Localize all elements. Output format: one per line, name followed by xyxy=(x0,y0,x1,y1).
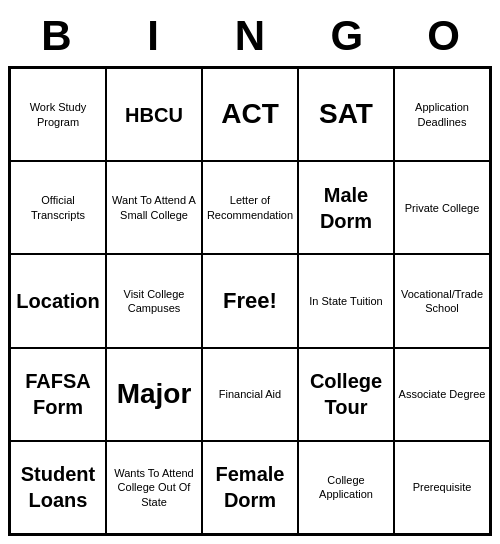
letter-o: O xyxy=(400,12,488,60)
cell-1-1: Work Study Program xyxy=(10,68,106,161)
letter-g: G xyxy=(303,12,391,60)
cell-2-5: Private College xyxy=(394,161,490,254)
cell-5-1: Student Loans xyxy=(10,441,106,534)
cell-2-2: Want To Attend A Small College xyxy=(106,161,202,254)
cell-1-5: Application Deadlines xyxy=(394,68,490,161)
cell-4-1: FAFSA Form xyxy=(10,348,106,441)
cell-1-2: HBCU xyxy=(106,68,202,161)
cell-1-3: ACT xyxy=(202,68,298,161)
cell-2-1: Official Transcripts xyxy=(10,161,106,254)
cell-1-4: SAT xyxy=(298,68,394,161)
cell-4-3: Financial Aid xyxy=(202,348,298,441)
cell-5-2: Wants To Attend College Out Of State xyxy=(106,441,202,534)
letter-n: N xyxy=(206,12,294,60)
bingo-title-row: B I N G O xyxy=(8,8,492,66)
cell-2-3: Letter of Recommendation xyxy=(202,161,298,254)
cell-3-4: In State Tuition xyxy=(298,254,394,347)
letter-b: B xyxy=(12,12,100,60)
cell-4-5: Associate Degree xyxy=(394,348,490,441)
cell-4-2: Major xyxy=(106,348,202,441)
cell-3-2: Visit College Campuses xyxy=(106,254,202,347)
bingo-grid: Work Study Program HBCU ACT SAT Applicat… xyxy=(8,66,492,536)
cell-3-1: Location xyxy=(10,254,106,347)
cell-3-3: Free! xyxy=(202,254,298,347)
letter-i: I xyxy=(109,12,197,60)
cell-5-3: Female Dorm xyxy=(202,441,298,534)
cell-2-4: Male Dorm xyxy=(298,161,394,254)
cell-3-5: Vocational/Trade School xyxy=(394,254,490,347)
cell-5-4: College Application xyxy=(298,441,394,534)
cell-5-5: Prerequisite xyxy=(394,441,490,534)
cell-4-4: College Tour xyxy=(298,348,394,441)
